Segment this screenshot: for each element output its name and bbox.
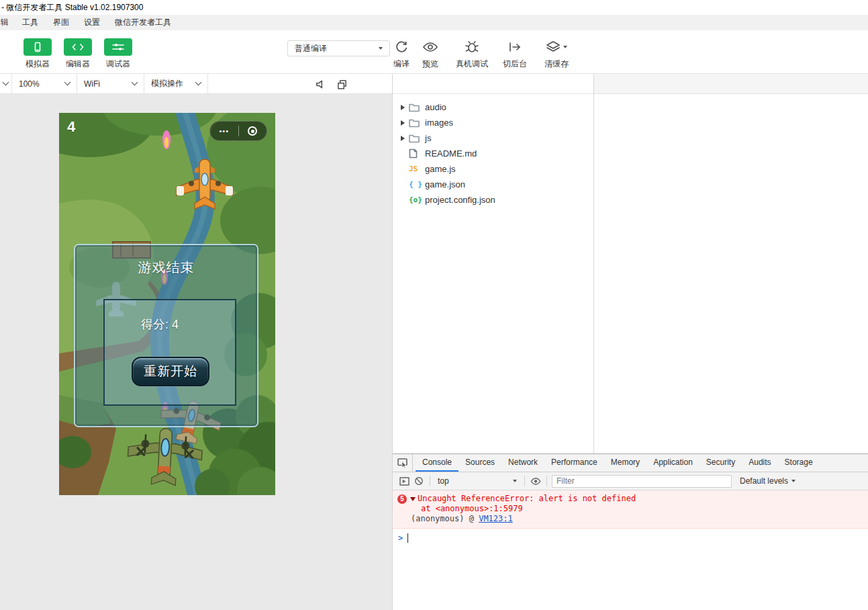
tree-item-game-json[interactable]: { } game.json xyxy=(393,177,593,192)
menu-item-view[interactable]: 界面 xyxy=(46,17,77,28)
sound-icon[interactable] xyxy=(314,78,326,90)
restart-button[interactable]: 重新开始 xyxy=(132,357,209,386)
simulator-screen[interactable]: 4 ••• 游戏结束 得分: 4 重新开始 xyxy=(59,113,275,495)
float-window-icon[interactable] xyxy=(336,78,348,90)
expand-caret-icon[interactable] xyxy=(401,136,409,141)
file-name: project.config.json xyxy=(425,195,495,205)
window-title-bar: - 微信开发者工具 Stable v1.02.1907300 xyxy=(0,0,868,15)
log-levels-select[interactable]: Default levels xyxy=(736,476,800,486)
code-icon xyxy=(64,38,92,56)
file-name: js xyxy=(425,133,431,143)
game-score: 4 xyxy=(67,118,75,136)
chevron-down-icon xyxy=(195,79,202,86)
console-error-entry: 5 Uncaught ReferenceError: alert is not … xyxy=(393,490,868,529)
menu-item-edit[interactable]: 辑 xyxy=(0,17,15,28)
chevron-down-icon xyxy=(513,480,517,482)
expand-caret-icon[interactable] xyxy=(401,120,409,126)
editor-toggle-button[interactable]: 编辑器 xyxy=(59,38,97,70)
inspect-element-icon[interactable] xyxy=(393,454,413,472)
chevron-down-icon xyxy=(791,480,795,482)
menu-item-devtools[interactable]: 微信开发者工具 xyxy=(107,17,179,28)
stack-source-link[interactable]: VM123:1 xyxy=(479,514,513,523)
file-name: audio xyxy=(425,102,446,112)
tab-application[interactable]: Application xyxy=(646,454,700,472)
device-select[interactable] xyxy=(0,74,12,93)
main-toolbar: 模拟器 编辑器 调试器 普通编译 编译 预览 真机调试 xyxy=(0,30,868,74)
console-sidebar-toggle-icon[interactable] xyxy=(397,474,412,488)
folder-icon xyxy=(409,118,425,128)
execution-context-value: top xyxy=(438,476,449,486)
config-file-icon: {o} xyxy=(409,195,422,204)
action-button-label: 编译 xyxy=(393,58,409,70)
tree-item-js[interactable]: js xyxy=(393,130,593,146)
text-cursor xyxy=(407,533,408,543)
tab-memory[interactable]: Memory xyxy=(604,454,646,472)
game-over-title: 游戏结束 xyxy=(75,259,257,277)
tree-item-images[interactable]: images xyxy=(393,115,593,130)
editor-panel xyxy=(594,94,868,453)
execution-context-select[interactable]: top xyxy=(434,476,521,486)
tab-audits[interactable]: Audits xyxy=(742,454,777,472)
zoom-value: 100% xyxy=(19,79,40,89)
refresh-icon xyxy=(394,37,409,57)
error-count-badge: 5 xyxy=(397,494,407,504)
chevron-down-icon xyxy=(3,79,9,86)
expand-caret-icon[interactable] xyxy=(401,105,409,110)
tab-network[interactable]: Network xyxy=(501,454,544,472)
chevron-down-icon xyxy=(132,79,138,86)
final-score-panel: 得分: 4 重新开始 xyxy=(103,299,236,406)
preview-button[interactable]: 预览 xyxy=(409,37,452,70)
layers-icon xyxy=(546,37,567,57)
expand-triangle-icon[interactable] xyxy=(410,497,416,501)
devtools-panel: Console Sources Network Performance Memo… xyxy=(393,453,868,610)
error-location: at <anonymous>:1:5979 xyxy=(393,504,868,514)
compile-mode-select[interactable]: 普通编译 xyxy=(287,40,390,56)
tab-sources[interactable]: Sources xyxy=(459,454,501,472)
folder-icon xyxy=(409,103,425,112)
file-name: README.md xyxy=(425,148,477,159)
tree-item-game-js[interactable]: JS game.js xyxy=(393,161,593,177)
tab-performance[interactable]: Performance xyxy=(544,454,604,472)
debug-icon xyxy=(104,38,132,56)
simulator-toggle-button[interactable]: 模拟器 xyxy=(19,38,56,70)
more-menu-button[interactable]: ••• xyxy=(210,122,238,140)
eye-icon xyxy=(422,37,438,57)
tree-item-project-config[interactable]: {o} project.config.json xyxy=(393,192,593,208)
network-select[interactable]: WiFi xyxy=(77,74,144,93)
editor-tab-strip xyxy=(594,74,868,94)
tree-item-audio[interactable]: audio xyxy=(393,99,593,115)
player-bullet xyxy=(162,130,171,149)
tree-item-readme[interactable]: README.md xyxy=(393,146,593,161)
capsule-menu: ••• xyxy=(209,121,267,141)
console-toolbar: top Default levels xyxy=(393,472,868,490)
clear-console-icon[interactable] xyxy=(412,474,426,488)
mode-button-label: 调试器 xyxy=(106,58,130,70)
prompt-chevron-icon: > xyxy=(398,533,403,543)
clear-cache-button[interactable]: 清缓存 xyxy=(535,37,578,70)
mode-button-label: 模拟器 xyxy=(26,58,50,70)
console-prompt[interactable]: > xyxy=(393,529,868,543)
game-over-dialog: 游戏结束 得分: 4 重新开始 xyxy=(74,244,258,427)
log-levels-value: Default levels xyxy=(740,476,788,486)
switch-background-button[interactable]: 切后台 xyxy=(493,37,536,70)
json-file-icon: { } xyxy=(409,180,422,189)
menu-item-tools[interactable]: 工具 xyxy=(15,17,46,28)
tab-security[interactable]: Security xyxy=(700,454,742,472)
phone-icon xyxy=(23,38,52,56)
debugger-toggle-button[interactable]: 调试器 xyxy=(99,38,137,70)
js-file-icon: JS xyxy=(409,165,418,173)
menu-item-settings[interactable]: 设置 xyxy=(77,17,107,28)
tab-console[interactable]: Console xyxy=(416,454,459,472)
live-expression-eye-icon[interactable] xyxy=(528,474,543,488)
chevron-down-icon xyxy=(64,79,71,86)
remote-debug-button[interactable]: 真机调试 xyxy=(450,37,493,70)
exit-circle-icon xyxy=(248,126,257,136)
tab-storage[interactable]: Storage xyxy=(778,454,820,472)
console-filter-input[interactable] xyxy=(552,475,732,488)
zoom-select[interactable]: 100% xyxy=(12,74,77,93)
simulate-actions-select[interactable]: 模拟操作 xyxy=(144,74,208,93)
action-button-label: 真机调试 xyxy=(456,58,488,70)
file-explorer: audio images js README.md JS game.js { }… xyxy=(393,94,594,453)
simulate-actions-label: 模拟操作 xyxy=(151,78,183,89)
exit-miniprogram-button[interactable] xyxy=(239,122,267,140)
